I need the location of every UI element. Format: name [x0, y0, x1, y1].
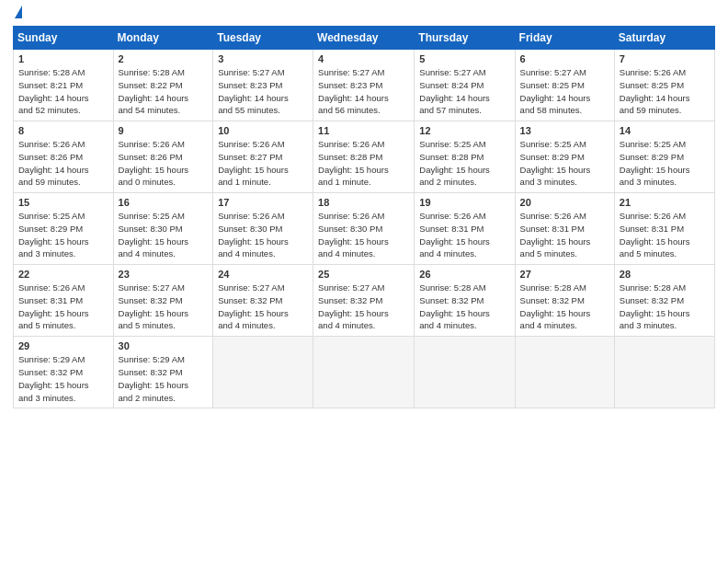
day-info: Sunrise: 5:28 AMSunset: 8:22 PMDaylight:…	[119, 66, 209, 117]
calendar-cell-w4-d0: 29Sunrise: 5:29 AMSunset: 8:32 PMDayligh…	[14, 337, 114, 408]
calendar-cell-w1-d6: 14Sunrise: 5:25 AMSunset: 8:29 PMDayligh…	[614, 121, 714, 193]
calendar-header-monday: Monday	[113, 27, 213, 50]
day-info: Sunrise: 5:26 AMSunset: 8:25 PMDaylight:…	[620, 66, 710, 117]
day-info: Sunrise: 5:29 AMSunset: 8:32 PMDaylight:…	[119, 353, 209, 404]
calendar-cell-w1-d1: 9Sunrise: 5:26 AMSunset: 8:26 PMDaylight…	[113, 121, 213, 193]
calendar-header-wednesday: Wednesday	[313, 27, 415, 50]
day-number: 27	[520, 269, 609, 280]
calendar-header-saturday: Saturday	[614, 27, 714, 50]
day-info: Sunrise: 5:26 AMSunset: 8:30 PMDaylight:…	[218, 210, 308, 260]
day-number: 5	[419, 53, 509, 64]
calendar-header-thursday: Thursday	[415, 27, 515, 50]
calendar-week-3: 22Sunrise: 5:26 AMSunset: 8:31 PMDayligh…	[14, 265, 715, 337]
logo-triangle-icon	[15, 6, 22, 18]
calendar-cell-w2-d5: 20Sunrise: 5:26 AMSunset: 8:31 PMDayligh…	[515, 193, 614, 265]
day-number: 10	[218, 125, 308, 136]
calendar-cell-w3-d3: 25Sunrise: 5:27 AMSunset: 8:32 PMDayligh…	[313, 265, 415, 337]
day-info: Sunrise: 5:26 AMSunset: 8:31 PMDaylight:…	[620, 210, 710, 260]
calendar-cell-w2-d6: 21Sunrise: 5:26 AMSunset: 8:31 PMDayligh…	[614, 193, 714, 265]
calendar-cell-w4-d5	[515, 337, 614, 408]
day-number: 15	[18, 197, 108, 208]
day-number: 7	[620, 53, 710, 64]
day-info: Sunrise: 5:26 AMSunset: 8:31 PMDaylight:…	[520, 210, 609, 260]
day-number: 18	[318, 197, 409, 208]
day-info: Sunrise: 5:25 AMSunset: 8:28 PMDaylight:…	[419, 138, 509, 189]
calendar-cell-w0-d6: 7Sunrise: 5:26 AMSunset: 8:25 PMDaylight…	[614, 50, 714, 121]
logo	[13, 9, 22, 18]
day-number: 21	[620, 197, 710, 208]
day-info: Sunrise: 5:28 AMSunset: 8:32 PMDaylight:…	[520, 282, 609, 332]
calendar-header-row: SundayMondayTuesdayWednesdayThursdayFrid…	[14, 27, 715, 50]
calendar-cell-w1-d3: 11Sunrise: 5:26 AMSunset: 8:28 PMDayligh…	[313, 121, 415, 193]
day-info: Sunrise: 5:27 AMSunset: 8:23 PMDaylight:…	[218, 66, 308, 117]
calendar-table: SundayMondayTuesdayWednesdayThursdayFrid…	[13, 26, 715, 408]
day-number: 29	[18, 340, 108, 351]
day-number: 11	[318, 125, 409, 136]
day-number: 26	[419, 269, 509, 280]
day-number: 4	[318, 53, 409, 64]
day-number: 24	[218, 269, 308, 280]
day-number: 14	[620, 125, 710, 136]
day-info: Sunrise: 5:26 AMSunset: 8:28 PMDaylight:…	[318, 138, 409, 189]
calendar-week-0: 1Sunrise: 5:28 AMSunset: 8:21 PMDaylight…	[14, 50, 715, 121]
day-info: Sunrise: 5:29 AMSunset: 8:32 PMDaylight:…	[18, 353, 108, 404]
day-number: 17	[218, 197, 308, 208]
day-number: 28	[620, 269, 710, 280]
calendar-week-1: 8Sunrise: 5:26 AMSunset: 8:26 PMDaylight…	[14, 121, 715, 193]
calendar-cell-w4-d3	[313, 337, 415, 408]
day-info: Sunrise: 5:27 AMSunset: 8:25 PMDaylight:…	[520, 66, 609, 117]
day-info: Sunrise: 5:26 AMSunset: 8:26 PMDaylight:…	[18, 138, 108, 189]
day-number: 8	[18, 125, 108, 136]
calendar-cell-w4-d6	[614, 337, 714, 408]
calendar-cell-w3-d2: 24Sunrise: 5:27 AMSunset: 8:32 PMDayligh…	[213, 265, 313, 337]
day-info: Sunrise: 5:25 AMSunset: 8:29 PMDaylight:…	[18, 210, 108, 260]
calendar-cell-w2-d3: 18Sunrise: 5:26 AMSunset: 8:30 PMDayligh…	[313, 193, 415, 265]
day-number: 19	[419, 197, 509, 208]
calendar-cell-w2-d4: 19Sunrise: 5:26 AMSunset: 8:31 PMDayligh…	[415, 193, 515, 265]
calendar-cell-w3-d0: 22Sunrise: 5:26 AMSunset: 8:31 PMDayligh…	[14, 265, 114, 337]
calendar-cell-w3-d6: 28Sunrise: 5:28 AMSunset: 8:32 PMDayligh…	[614, 265, 714, 337]
header	[13, 9, 715, 18]
calendar-cell-w2-d1: 16Sunrise: 5:25 AMSunset: 8:30 PMDayligh…	[113, 193, 213, 265]
calendar-cell-w0-d3: 4Sunrise: 5:27 AMSunset: 8:23 PMDaylight…	[313, 50, 415, 121]
calendar-cell-w4-d1: 30Sunrise: 5:29 AMSunset: 8:32 PMDayligh…	[113, 337, 213, 408]
calendar-cell-w0-d2: 3Sunrise: 5:27 AMSunset: 8:23 PMDaylight…	[213, 50, 313, 121]
day-info: Sunrise: 5:26 AMSunset: 8:31 PMDaylight:…	[18, 282, 108, 332]
calendar-cell-w1-d4: 12Sunrise: 5:25 AMSunset: 8:28 PMDayligh…	[415, 121, 515, 193]
day-info: Sunrise: 5:27 AMSunset: 8:32 PMDaylight:…	[119, 282, 209, 332]
day-info: Sunrise: 5:27 AMSunset: 8:32 PMDaylight:…	[318, 282, 409, 332]
day-number: 2	[119, 53, 209, 64]
day-number: 25	[318, 269, 409, 280]
day-info: Sunrise: 5:26 AMSunset: 8:31 PMDaylight:…	[419, 210, 509, 260]
day-number: 6	[520, 53, 609, 64]
day-number: 13	[520, 125, 609, 136]
calendar-cell-w0-d1: 2Sunrise: 5:28 AMSunset: 8:22 PMDaylight…	[113, 50, 213, 121]
day-info: Sunrise: 5:26 AMSunset: 8:27 PMDaylight:…	[218, 138, 308, 189]
calendar-cell-w3-d5: 27Sunrise: 5:28 AMSunset: 8:32 PMDayligh…	[515, 265, 614, 337]
day-info: Sunrise: 5:25 AMSunset: 8:29 PMDaylight:…	[620, 138, 710, 189]
day-info: Sunrise: 5:26 AMSunset: 8:26 PMDaylight:…	[119, 138, 209, 189]
calendar-header-sunday: Sunday	[14, 27, 114, 50]
calendar-cell-w3-d1: 23Sunrise: 5:27 AMSunset: 8:32 PMDayligh…	[113, 265, 213, 337]
day-info: Sunrise: 5:26 AMSunset: 8:30 PMDaylight:…	[318, 210, 409, 260]
day-info: Sunrise: 5:28 AMSunset: 8:32 PMDaylight:…	[620, 282, 710, 332]
calendar-cell-w1-d5: 13Sunrise: 5:25 AMSunset: 8:29 PMDayligh…	[515, 121, 614, 193]
calendar-cell-w3-d4: 26Sunrise: 5:28 AMSunset: 8:32 PMDayligh…	[415, 265, 515, 337]
calendar-cell-w2-d0: 15Sunrise: 5:25 AMSunset: 8:29 PMDayligh…	[14, 193, 114, 265]
day-info: Sunrise: 5:28 AMSunset: 8:21 PMDaylight:…	[18, 66, 108, 117]
day-number: 12	[419, 125, 509, 136]
calendar-cell-w2-d2: 17Sunrise: 5:26 AMSunset: 8:30 PMDayligh…	[213, 193, 313, 265]
calendar-cell-w1-d2: 10Sunrise: 5:26 AMSunset: 8:27 PMDayligh…	[213, 121, 313, 193]
calendar-cell-w1-d0: 8Sunrise: 5:26 AMSunset: 8:26 PMDaylight…	[14, 121, 114, 193]
calendar-header-friday: Friday	[515, 27, 614, 50]
day-info: Sunrise: 5:27 AMSunset: 8:32 PMDaylight:…	[218, 282, 308, 332]
calendar-cell-w0-d5: 6Sunrise: 5:27 AMSunset: 8:25 PMDaylight…	[515, 50, 614, 121]
day-info: Sunrise: 5:27 AMSunset: 8:23 PMDaylight:…	[318, 66, 409, 117]
day-number: 1	[18, 53, 108, 64]
calendar-cell-w4-d2	[213, 337, 313, 408]
calendar-week-4: 29Sunrise: 5:29 AMSunset: 8:32 PMDayligh…	[14, 337, 715, 408]
day-info: Sunrise: 5:25 AMSunset: 8:30 PMDaylight:…	[119, 210, 209, 260]
calendar-cell-w4-d4	[415, 337, 515, 408]
calendar-header-tuesday: Tuesday	[213, 27, 313, 50]
page: SundayMondayTuesdayWednesdayThursdayFrid…	[0, 0, 728, 563]
